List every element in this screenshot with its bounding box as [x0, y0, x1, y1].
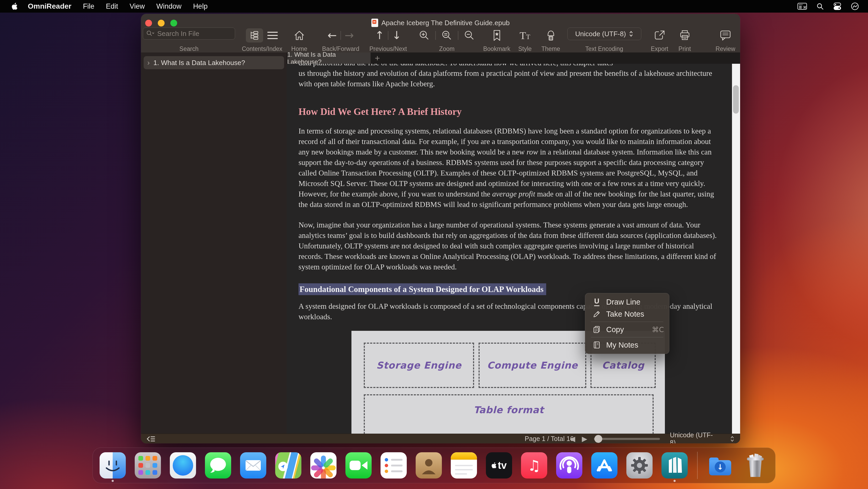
zoom-reset-button[interactable] — [441, 30, 453, 41]
new-tab-button[interactable]: + — [371, 53, 384, 64]
previous-button[interactable]: ↑ — [375, 30, 384, 41]
dock-photos[interactable] — [310, 452, 337, 479]
menu-window[interactable]: Window — [156, 2, 182, 10]
spotlight-search-icon[interactable] — [816, 2, 824, 10]
dock-launchpad[interactable] — [135, 452, 161, 479]
dock-facetime[interactable] — [345, 452, 372, 479]
copy-icon — [592, 325, 601, 334]
dock-messages[interactable] — [205, 452, 231, 479]
context-menu-item-take-notes[interactable]: Take Notes — [585, 308, 669, 320]
app-menu-title[interactable]: OmniReader — [28, 2, 71, 10]
previous-next-label: Previous/Next — [369, 46, 407, 53]
menu-edit[interactable]: Edit — [106, 2, 118, 10]
print-group: Print — [674, 28, 696, 53]
print-button[interactable] — [679, 30, 690, 41]
dock-music[interactable]: ♫ — [521, 452, 547, 479]
dock-apple-tv[interactable]: tv — [486, 452, 512, 479]
index-list-button[interactable] — [267, 30, 278, 41]
finder-icon — [100, 452, 126, 479]
dock-podcasts[interactable] — [556, 452, 582, 479]
back-button[interactable]: ← — [328, 30, 337, 41]
scrollbar-thumb[interactable] — [733, 85, 739, 114]
export-group: Export — [648, 28, 671, 53]
status-encoding-stepper[interactable] — [730, 434, 734, 443]
dock-maps[interactable] — [275, 452, 301, 479]
control-center-icon[interactable] — [833, 2, 842, 10]
paragraph-intro: us through the history and evolution of … — [299, 68, 718, 89]
desktop: OmniReader File Edit View Window Help ⌘ … — [0, 0, 868, 489]
contents-label: Contents/Index — [242, 46, 282, 53]
dock-reminders[interactable] — [380, 452, 407, 479]
home-button[interactable] — [293, 30, 305, 41]
style-label: Style — [518, 46, 531, 53]
contents-tree-button[interactable] — [246, 28, 263, 42]
book-page: data platforms and the rise of the data … — [287, 64, 732, 434]
clock-status-icon[interactable] — [851, 2, 859, 10]
review-group: Review — [712, 28, 739, 53]
running-indicator — [112, 480, 114, 482]
zoom-out-button[interactable] — [464, 30, 475, 41]
context-menu-item-copy[interactable]: Copy ⌘C — [585, 323, 669, 336]
forward-button[interactable]: → — [345, 30, 354, 41]
dock-contacts[interactable] — [416, 452, 442, 479]
page-slider[interactable] — [594, 434, 660, 443]
underline-icon: U — [592, 298, 601, 306]
heading-brief-history: How Did We Get Here? A Brief History — [299, 106, 718, 118]
window-toolbar: Apache Iceberg The Definitive Guide.epub… — [141, 14, 740, 53]
text-encoding-value: Unicode (UTF-8) — [575, 30, 626, 38]
back-forward-group: ← → Back/Forward — [317, 28, 364, 53]
style-button[interactable]: TT — [520, 29, 530, 42]
dock-omnireader[interactable] — [661, 452, 688, 479]
photos-icon — [310, 452, 337, 479]
zoom-label: Zoom — [439, 46, 455, 53]
bookmark-button[interactable] — [492, 29, 502, 41]
context-menu-item-my-notes[interactable]: My Notes — [585, 339, 669, 351]
export-button[interactable] — [654, 30, 665, 41]
reminders-icon — [380, 452, 407, 479]
sidebar-toggle-button[interactable] — [146, 434, 156, 443]
contents-sidebar: › 1. What Is a Data Lakehouse? — [141, 53, 287, 434]
menu-file[interactable]: File — [83, 2, 95, 10]
tab-what-is-a-data-lakehouse[interactable]: 1. What Is a Data Lakehouse? — [287, 53, 371, 64]
search-field[interactable] — [143, 28, 235, 39]
next-page-button[interactable]: ▶ — [582, 434, 587, 443]
launchpad-icon — [135, 452, 161, 479]
stepper-icon — [629, 31, 633, 37]
menu-bar-status-area: ⌘ — [797, 2, 859, 10]
menu-view[interactable]: View — [130, 2, 145, 10]
next-button[interactable]: ↓ — [392, 30, 401, 41]
slider-track[interactable] — [594, 438, 660, 440]
shortcut-label: ⌘C — [652, 325, 664, 334]
divider — [340, 31, 341, 40]
menu-help[interactable]: Help — [193, 2, 208, 10]
dock-mail[interactable] — [240, 452, 266, 479]
review-button[interactable] — [719, 30, 732, 41]
keyboard-input-icon[interactable]: ⌘ — [797, 2, 807, 10]
dock-downloads[interactable]: ↓ — [707, 452, 733, 479]
bookmark-group: Bookmark — [484, 28, 509, 53]
dock-app-store[interactable] — [591, 452, 617, 479]
menu-bar: OmniReader File Edit View Window Help ⌘ — [0, 0, 868, 12]
apple-menu-icon[interactable] — [11, 2, 18, 10]
search-input[interactable] — [157, 29, 232, 38]
zoom-in-button[interactable] — [418, 30, 430, 41]
slider-knob[interactable] — [594, 435, 602, 443]
notes-icon — [451, 452, 477, 479]
dock-safari[interactable] — [170, 452, 196, 479]
previous-page-button[interactable]: ◀ — [570, 434, 575, 443]
dock-system-settings[interactable] — [626, 452, 653, 479]
text-encoding-select[interactable]: Unicode (UTF-8) — [567, 28, 641, 40]
theme-brush-button[interactable] — [546, 29, 556, 41]
dock-trash[interactable] — [742, 452, 768, 479]
chevron-right-icon[interactable]: › — [147, 58, 150, 67]
scrollbar-track[interactable] — [732, 64, 740, 434]
home-group: Home — [288, 28, 311, 53]
sidebar-item-chapter-1[interactable]: › 1. What Is a Data Lakehouse? — [144, 56, 284, 69]
export-label: Export — [651, 46, 668, 53]
figure-box-storage-engine: Storage Engine — [364, 343, 474, 388]
dock-finder[interactable] — [100, 452, 126, 479]
dock-notes[interactable] — [451, 452, 477, 479]
theme-label: Theme — [541, 46, 560, 53]
context-menu-item-draw-line[interactable]: U Draw Line — [585, 296, 669, 308]
reader-window: Apache Iceberg The Definitive Guide.epub… — [141, 14, 740, 443]
